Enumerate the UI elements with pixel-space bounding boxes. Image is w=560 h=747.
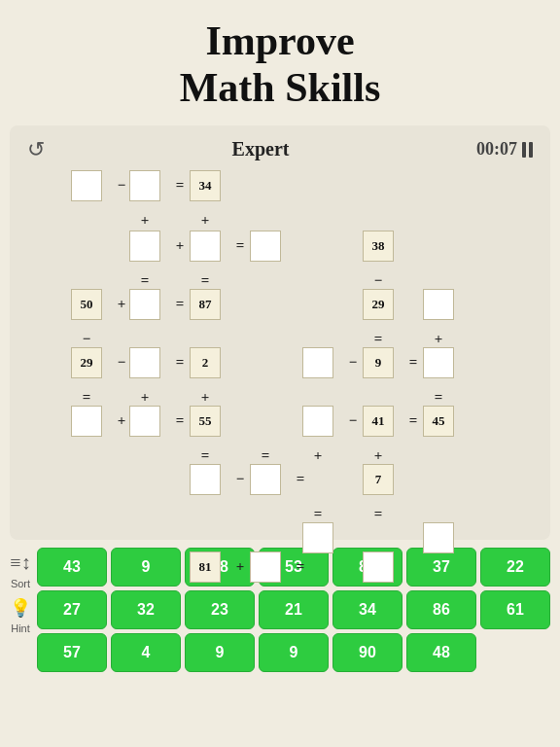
sort-icon[interactable]: ≡↕ [10,551,30,574]
cell-r8res[interactable] [363,551,394,583]
sort-label: Sort [11,578,30,589]
op-r6eq: = [285,464,316,495]
tile-34[interactable]: 34 [332,590,402,629]
result-29r: 29 [363,289,394,320]
hint-icon[interactable]: 💡 [10,597,31,619]
refresh-button[interactable]: ↺ [27,137,45,162]
result-81: 81 [190,551,221,583]
header: Improve Math Skills [0,0,560,125]
page-title: Improve Math Skills [19,18,541,112]
cell-r2c2[interactable] [190,231,221,262]
cell-r4res[interactable] [423,347,454,378]
tile-61[interactable]: 61 [480,590,550,629]
cell-r6c1[interactable] [190,464,221,495]
cell-r6c2[interactable] [250,464,281,495]
cell-r3right[interactable] [423,289,454,320]
tile-48[interactable]: 48 [406,633,476,672]
cell-r8c1[interactable] [250,551,281,583]
result-41: 41 [363,406,394,437]
tile-27[interactable]: 27 [37,590,107,629]
tile-86[interactable]: 86 [406,590,476,629]
tile-90[interactable]: 90 [332,633,402,672]
top-bar: ↺ Expert 00:07 [19,133,541,170]
puzzle-grid: − = 34 + + + = 38 = = − 50 + = 87 29 − =… [42,170,518,530]
result-2: 2 [190,347,221,378]
result-45: 45 [423,406,454,437]
cell-r5c0[interactable] [71,406,102,437]
result-7: 7 [363,464,394,495]
cell-r4c5[interactable] [302,347,333,378]
tile-32[interactable]: 32 [111,590,181,629]
op-v6c2: = [363,499,394,530]
tile-22[interactable]: 22 [480,548,550,587]
cell-r1c0[interactable] [71,170,102,201]
timer-display: 00:07 [476,139,517,160]
result-38: 38 [363,231,394,262]
tile-23[interactable]: 23 [185,590,255,629]
tile-37[interactable]: 37 [406,548,476,587]
tile-4[interactable]: 4 [111,633,181,672]
result-87: 87 [190,289,221,320]
tile-57[interactable]: 57 [37,633,107,672]
cell-r5c5[interactable] [302,406,333,437]
cell-r7c2[interactable] [423,522,454,553]
result-r1: 34 [190,170,221,201]
result-50: 50 [71,289,102,320]
tiles-controls: ≡↕ Sort 💡 Hint [10,548,31,634]
cell-r7c1[interactable] [302,522,333,553]
pause-button[interactable] [522,142,533,158]
tile-43[interactable]: 43 [37,548,107,587]
tile-9a[interactable]: 9 [111,548,181,587]
cell-r2c1[interactable] [129,231,160,262]
result-55: 55 [190,406,221,437]
cell-r1c2[interactable] [129,170,160,201]
tile-9b[interactable]: 9 [185,633,255,672]
result-9: 9 [363,347,394,378]
op-r8eq: = [285,551,316,583]
level-label: Expert [232,138,290,160]
tile-9c[interactable]: 9 [259,633,329,672]
tile-21[interactable]: 21 [259,590,329,629]
result-29: 29 [71,347,102,378]
cell-r5c1[interactable] [129,406,160,437]
game-area: ↺ Expert 00:07 − = 34 + + + = 38 = = − [10,125,550,540]
cell-r3c1[interactable] [129,289,160,320]
hint-label: Hint [11,622,30,634]
timer-area: 00:07 [476,139,533,160]
cell-r4c1[interactable] [129,347,160,378]
cell-r2res[interactable] [250,231,281,262]
